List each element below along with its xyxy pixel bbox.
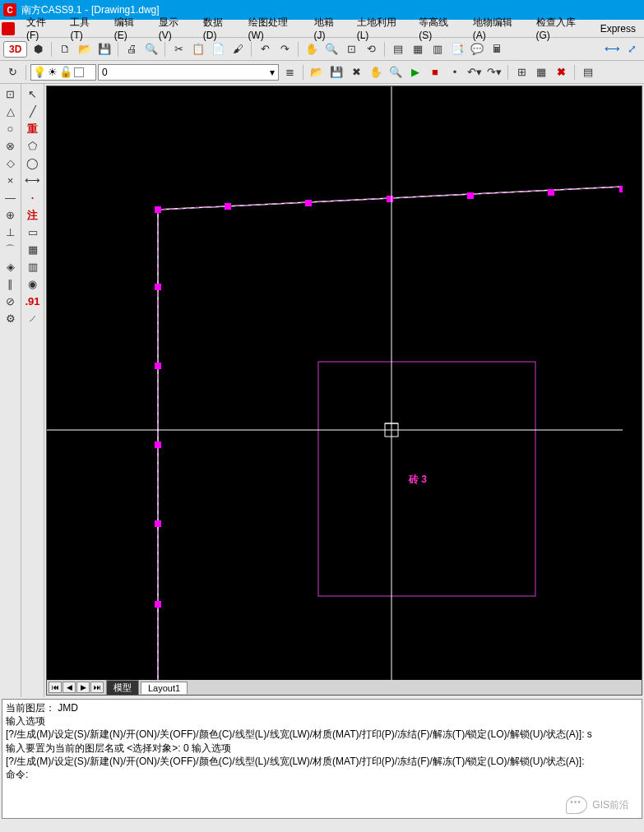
snap-parallel-icon[interactable]: ∥ xyxy=(2,275,20,292)
cmd-line: 输入要置为当前的图层名或 <选择对象>: 0 输入选项 xyxy=(6,742,638,755)
svg-rect-3 xyxy=(155,441,161,448)
svg-rect-6 xyxy=(155,206,161,213)
copy-icon[interactable]: 📋 xyxy=(189,40,207,58)
tool-palette-icon[interactable]: ▥ xyxy=(429,40,447,58)
snap-mid-icon[interactable]: △ xyxy=(2,103,20,119)
markup-icon[interactable]: 💬 xyxy=(468,40,486,58)
print-icon[interactable]: 🖨 xyxy=(123,40,141,58)
menu-tool[interactable]: 工具(T) xyxy=(63,14,107,43)
snap-endpoint-icon[interactable]: ⊡ xyxy=(2,86,20,102)
dim-linear-icon[interactable]: ⟷ xyxy=(603,40,621,58)
menu-bar: 文件(F) 工具(T) 编辑(E) 显示(V) 数据(D) 绘图处理(W) 地籍… xyxy=(0,20,644,38)
point2-icon[interactable]: • xyxy=(446,63,464,81)
dim-align-icon[interactable]: ⤢ xyxy=(623,40,641,58)
new-icon[interactable]: 🗋 xyxy=(56,40,74,58)
match-icon[interactable]: 🖌 xyxy=(229,40,247,58)
erase-icon[interactable]: ✖ xyxy=(347,63,365,81)
layer-manager-icon[interactable]: ≣ xyxy=(280,63,299,81)
point-icon[interactable]: · xyxy=(24,189,42,206)
cut-icon[interactable]: ✂ xyxy=(169,40,188,58)
menu-landuse[interactable]: 土地利用(L) xyxy=(350,14,413,43)
tab-nav-next[interactable]: ▶ xyxy=(76,682,90,693)
menu-view[interactable]: 显示(V) xyxy=(152,14,197,43)
preview-icon[interactable]: 🔍 xyxy=(142,40,160,58)
snap-center-icon[interactable]: ○ xyxy=(2,120,20,136)
snap-near-icon[interactable]: ◈ xyxy=(2,258,20,275)
svg-rect-12 xyxy=(619,186,623,192)
open2-icon[interactable]: 📂 xyxy=(308,63,326,81)
redo-icon[interactable]: ↷ xyxy=(276,40,294,58)
menu-edit[interactable]: 编辑(E) xyxy=(108,14,152,43)
optimize-icon[interactable]: ◉ xyxy=(24,275,42,292)
snap-none-icon[interactable]: ⊘ xyxy=(2,293,20,309)
text-zhu-icon[interactable]: 注 xyxy=(24,206,42,223)
tab-model[interactable]: 模型 xyxy=(106,680,139,695)
polygon-icon[interactable]: ⬠ xyxy=(24,137,42,154)
hatch-icon[interactable]: ▦ xyxy=(24,241,42,257)
open-icon[interactable]: 📂 xyxy=(76,40,94,58)
zoom-prev-icon[interactable]: ⟲ xyxy=(362,40,380,58)
layer-tool-icon[interactable]: ▤ xyxy=(579,63,597,81)
design-center-icon[interactable]: ▦ xyxy=(409,40,427,58)
cube-icon[interactable]: ⬢ xyxy=(29,40,47,58)
zoom2-icon[interactable]: 🔍 xyxy=(387,63,405,81)
menu-edit-obj[interactable]: 地物编辑(A) xyxy=(466,14,530,43)
toolbar-2: ↻ 💡 ☀ 🔓 0 ▾ ≣ 📂 💾 ✖ ✋ 🔍 ▶ ■ • ↶▾ ↷▾ ⊞ ▦ … xyxy=(0,61,644,84)
menu-file[interactable]: 文件(F) xyxy=(20,14,63,43)
pointer-icon[interactable]: ↖ xyxy=(24,86,42,102)
layer-state[interactable]: 💡 ☀ 🔓 xyxy=(30,64,96,81)
snap-intersect-icon[interactable]: × xyxy=(2,172,20,188)
tab-nav-prev[interactable]: ◀ xyxy=(63,682,76,693)
snap-tan-icon[interactable]: ⌒ xyxy=(2,241,20,257)
layer-name-text: 0 xyxy=(102,67,108,78)
undo-icon[interactable]: ↶ xyxy=(256,40,274,58)
annotation-text: 砖 3 xyxy=(408,474,427,485)
snap-perp-icon[interactable]: ⊥ xyxy=(2,224,20,240)
stop-icon[interactable]: ■ xyxy=(426,63,444,81)
save2-icon[interactable]: 💾 xyxy=(327,63,345,81)
layer-refresh-icon[interactable]: ↻ xyxy=(3,63,21,81)
grid-icon[interactable]: ▥ xyxy=(24,258,42,275)
paste-icon[interactable]: 📄 xyxy=(209,40,227,58)
measure-icon[interactable]: ⟋ xyxy=(24,310,42,326)
draw-line-icon[interactable]: ╱ xyxy=(24,103,42,119)
snap-node-icon[interactable]: ⊗ xyxy=(2,137,20,154)
layer-dropdown[interactable]: 0 ▾ xyxy=(98,64,279,81)
run-icon[interactable]: ▶ xyxy=(406,63,424,81)
undo2-icon[interactable]: ↶▾ xyxy=(466,63,484,81)
layer-icon[interactable]: ▭ xyxy=(24,224,42,240)
bulb-icon: 💡 xyxy=(33,67,46,77)
btn-3d[interactable]: 3D xyxy=(3,41,27,58)
menu-contour[interactable]: 等高线(S) xyxy=(412,14,466,43)
pan2-icon[interactable]: ✋ xyxy=(367,63,385,81)
menu-draw[interactable]: 绘图处理(W) xyxy=(242,14,308,43)
zoom-icon[interactable]: 🔍 xyxy=(322,40,341,58)
tab-nav-first[interactable]: ⏮ xyxy=(49,682,62,693)
table-icon[interactable]: ▦ xyxy=(532,63,550,81)
redo2-icon[interactable]: ↷▾ xyxy=(485,63,503,81)
snap-extension-icon[interactable]: — xyxy=(2,189,20,206)
menu-data[interactable]: 数据(D) xyxy=(197,14,242,43)
command-window[interactable]: 当前图层： JMD 输入选项 [?/生成(M)/设定(S)/新建(N)/开(ON… xyxy=(2,699,642,819)
zoom-window-icon[interactable]: ⊡ xyxy=(342,40,360,58)
pan-icon[interactable]: ✋ xyxy=(303,40,321,58)
circle-icon[interactable]: ◯ xyxy=(24,155,42,171)
snap-quad-icon[interactable]: ◇ xyxy=(2,155,20,171)
calc-icon[interactable]: 🖩 xyxy=(488,40,506,58)
tab-nav-last[interactable]: ⏭ xyxy=(90,682,104,693)
num91-icon[interactable]: .91 xyxy=(24,293,42,309)
snap-settings-icon[interactable]: ⚙ xyxy=(2,310,20,326)
exit-icon[interactable]: ✖ xyxy=(552,63,570,81)
menu-cadastre[interactable]: 地籍(J) xyxy=(308,14,350,43)
snap-insert-icon[interactable]: ⊕ xyxy=(2,206,20,223)
dim-h-icon[interactable]: ⟷ xyxy=(24,172,42,188)
properties-icon[interactable]: ▤ xyxy=(389,40,407,58)
window-icon[interactable]: ⊞ xyxy=(512,63,530,81)
save-icon[interactable]: 💾 xyxy=(95,40,114,58)
text-chong-icon[interactable]: 重 xyxy=(24,120,42,136)
drawing-canvas[interactable]: 砖 3 ⏮ ◀ ▶ ⏭ 模型 Layout1 xyxy=(46,86,642,696)
menu-express[interactable]: Express xyxy=(594,21,642,36)
menu-check[interactable]: 检查入库(G) xyxy=(530,14,594,43)
tab-layout1[interactable]: Layout1 xyxy=(141,682,188,694)
sheet-icon[interactable]: 📑 xyxy=(448,40,466,58)
